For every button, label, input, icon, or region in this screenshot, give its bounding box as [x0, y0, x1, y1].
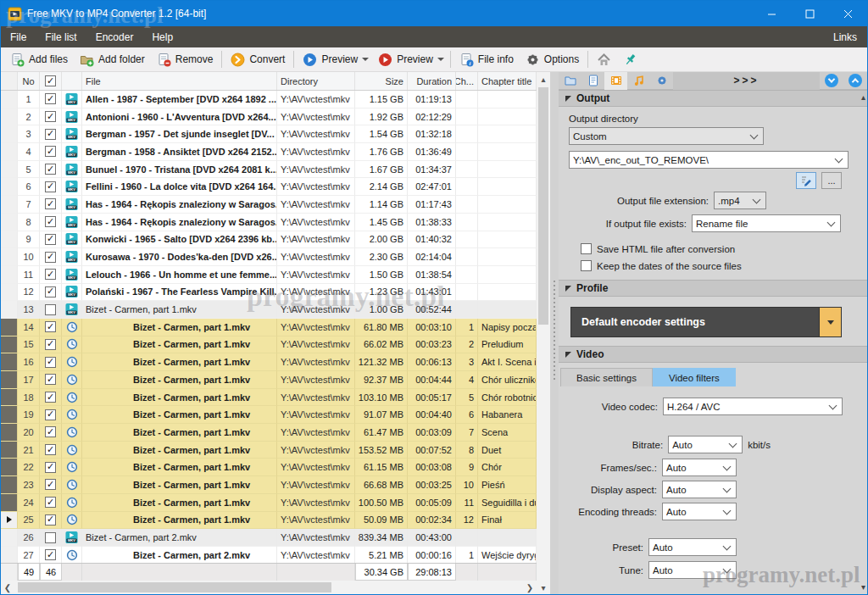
scroll-down-arrow[interactable]: ▾	[537, 581, 550, 594]
cell-checkbox[interactable]	[40, 529, 62, 547]
keep-dates-checkbox[interactable]	[581, 260, 592, 271]
home-button[interactable]	[591, 49, 617, 70]
cell-checkbox[interactable]	[40, 231, 62, 249]
menu-file-list[interactable]: File list	[36, 26, 86, 47]
horizontal-scrollbar[interactable]: ❮ ❯	[1, 581, 537, 594]
cell-checkbox[interactable]	[40, 108, 62, 126]
header-chapter-no[interactable]: Ch...	[456, 72, 478, 90]
cell-checkbox[interactable]	[40, 389, 62, 407]
output-extension-select[interactable]: .mp4	[714, 192, 766, 209]
cell-checkbox[interactable]	[40, 336, 62, 354]
file-exists-select[interactable]: Rename file	[692, 214, 841, 232]
cell-checkbox[interactable]	[40, 91, 62, 108]
header-icon-cell[interactable]	[62, 72, 82, 90]
add-files-button[interactable]: Add files	[4, 49, 74, 70]
cell-checkbox[interactable]	[40, 353, 62, 371]
bitrate-select[interactable]: Auto	[668, 436, 743, 453]
preview-dropdown-arrow[interactable]	[362, 58, 369, 61]
cell-checkbox[interactable]	[40, 248, 62, 266]
cell-checkbox[interactable]	[40, 459, 62, 476]
cell-checkbox[interactable]	[40, 125, 62, 143]
table-row[interactable]: 1 MKV	[1, 91, 537, 108]
browse-button[interactable]: ...	[821, 172, 842, 189]
tune-select[interactable]: Auto	[648, 561, 737, 579]
header-no[interactable]: No	[18, 72, 40, 90]
profile-select-button[interactable]: Default encoder settings	[570, 307, 842, 337]
convert-button[interactable]: Convert	[225, 49, 291, 70]
table-row[interactable]: 7 MKV	[1, 196, 537, 214]
cell-checkbox[interactable]	[40, 214, 62, 231]
vertical-scrollbar[interactable]: ▴ ▾	[537, 72, 550, 594]
maximize-button[interactable]	[791, 1, 829, 26]
table-row[interactable]: 18 MKV	[1, 389, 537, 407]
options-button[interactable]: Options	[520, 49, 585, 70]
preview-button[interactable]: Preview	[297, 49, 364, 70]
display-aspect-select[interactable]: Auto	[662, 481, 737, 498]
table-row[interactable]: 22 MKV	[1, 459, 537, 476]
header-checkbox-cell[interactable]	[40, 72, 62, 90]
row-checkbox[interactable]	[45, 321, 56, 332]
menu-links[interactable]: Links	[823, 26, 867, 47]
row-checkbox[interactable]	[45, 216, 56, 227]
row-checkbox[interactable]	[45, 339, 56, 350]
table-row[interactable]: 4 MKV	[1, 143, 537, 161]
header-duration[interactable]: Duration	[408, 72, 456, 90]
row-checkbox[interactable]	[45, 129, 56, 140]
header-chapter-title[interactable]: Chapter title	[478, 72, 537, 90]
cell-checkbox[interactable]	[40, 284, 62, 302]
row-checkbox[interactable]	[45, 269, 56, 280]
menu-encoder[interactable]: Encoder	[86, 26, 143, 47]
edit-output-path-button[interactable]	[796, 172, 816, 189]
header-directory[interactable]: Directory	[277, 72, 355, 90]
row-checkbox[interactable]	[45, 357, 56, 368]
output-section-header[interactable]: Output	[559, 90, 867, 107]
cell-checkbox[interactable]	[40, 406, 62, 424]
vertical-scroll-thumb[interactable]	[538, 87, 548, 325]
expand-all-button[interactable]	[825, 74, 838, 87]
menu-file[interactable]: File	[1, 26, 36, 47]
table-row[interactable]: 6 MKV	[1, 178, 537, 196]
table-row[interactable]: 26 MKV	[1, 529, 537, 547]
header-size[interactable]: Size	[355, 72, 408, 90]
preset-select[interactable]: Auto	[648, 538, 737, 556]
cell-checkbox[interactable]	[40, 266, 62, 284]
row-checkbox[interactable]	[45, 549, 56, 560]
row-checkbox[interactable]	[45, 409, 56, 420]
tab-output-folder[interactable]	[559, 72, 581, 90]
table-row[interactable]: 13 MKV	[1, 301, 537, 319]
row-checkbox[interactable]	[45, 146, 56, 157]
tab-video-settings[interactable]	[604, 72, 627, 90]
table-row[interactable]: 9 MKV	[1, 231, 537, 249]
file-info-button[interactable]: i File info	[453, 49, 520, 70]
cell-checkbox[interactable]	[40, 196, 62, 214]
row-checkbox[interactable]	[45, 462, 56, 473]
preview-alt-dropdown-arrow[interactable]	[437, 58, 444, 61]
preview-alt-button[interactable]: Preview	[372, 49, 439, 70]
table-row[interactable]: 2 MKV	[1, 108, 537, 126]
collapse-all-button[interactable]	[849, 74, 862, 87]
row-checkbox[interactable]	[45, 374, 56, 385]
cell-checkbox[interactable]	[40, 143, 62, 161]
table-row[interactable]: 24 MKV	[1, 494, 537, 512]
cell-checkbox[interactable]	[40, 178, 62, 196]
row-checkbox[interactable]	[45, 532, 56, 543]
cell-checkbox[interactable]	[40, 371, 62, 389]
panel-more-tabs[interactable]: >>>	[673, 72, 820, 90]
tab-file-settings[interactable]	[581, 72, 604, 90]
tab-advanced-settings[interactable]	[650, 72, 673, 90]
scroll-left-arrow[interactable]: ❮	[1, 581, 14, 594]
row-checkbox[interactable]	[45, 286, 56, 298]
table-row[interactable]: 19 MKV	[1, 406, 537, 424]
tab-audio-settings[interactable]	[627, 72, 650, 90]
pin-button[interactable]	[617, 49, 643, 70]
table-row[interactable]: 21 MKV	[1, 442, 537, 459]
row-checkbox[interactable]	[45, 392, 56, 403]
table-row[interactable]: 5 MKV	[1, 161, 537, 179]
cell-checkbox[interactable]	[40, 512, 62, 530]
table-row[interactable]: 11 MKV	[1, 266, 537, 284]
remove-button[interactable]: Remove	[151, 49, 220, 70]
table-row[interactable]: 10 MKV	[1, 248, 537, 266]
cell-checkbox[interactable]	[40, 494, 62, 512]
row-checkbox[interactable]	[45, 234, 56, 245]
output-directory-mode-select[interactable]: Custom	[569, 127, 764, 145]
